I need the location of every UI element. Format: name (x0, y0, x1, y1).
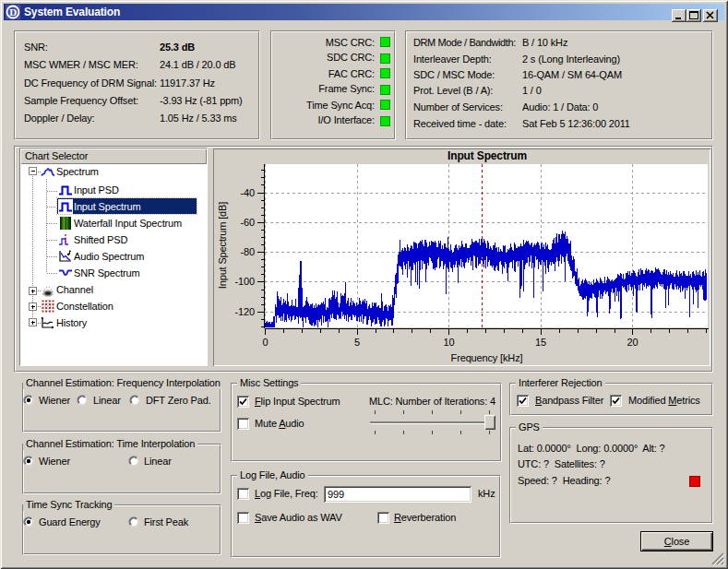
svg-text:D: D (9, 6, 17, 18)
svg-text:15: 15 (535, 337, 546, 348)
svg-text:-100: -100 (235, 276, 255, 287)
svg-text:-80: -80 (241, 246, 255, 257)
svg-text:10: 10 (444, 337, 455, 348)
svg-text:0: 0 (263, 337, 269, 348)
svg-text:-60: -60 (241, 217, 255, 228)
svg-text:Frequency [kHz]: Frequency [kHz] (451, 352, 523, 363)
svg-text:-120: -120 (235, 306, 255, 317)
svg-text:Input Spectrum: Input Spectrum (448, 149, 527, 162)
svg-text:Input Spectrum [dB]: Input Spectrum [dB] (217, 202, 228, 289)
svg-text:20: 20 (627, 337, 638, 348)
svg-text:-40: -40 (241, 187, 255, 198)
svg-text:5: 5 (354, 337, 360, 348)
